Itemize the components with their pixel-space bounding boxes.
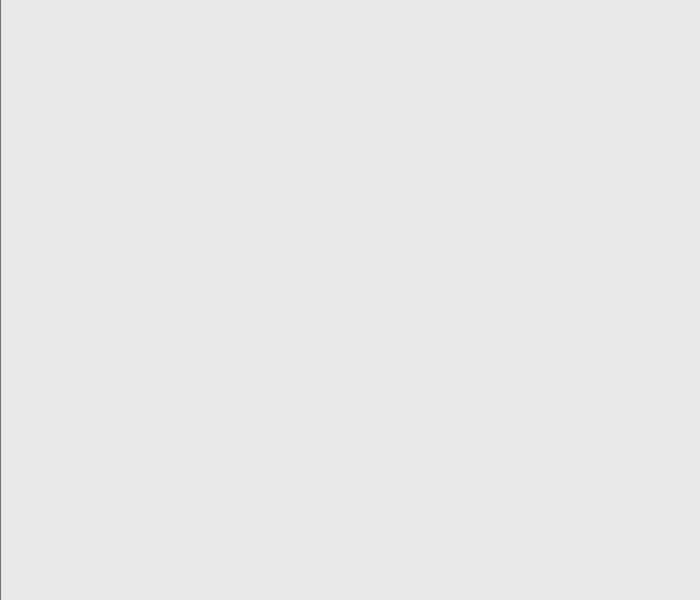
window-weinstein-daily (0, 0, 1, 600)
desktop (0, 0, 700, 600)
